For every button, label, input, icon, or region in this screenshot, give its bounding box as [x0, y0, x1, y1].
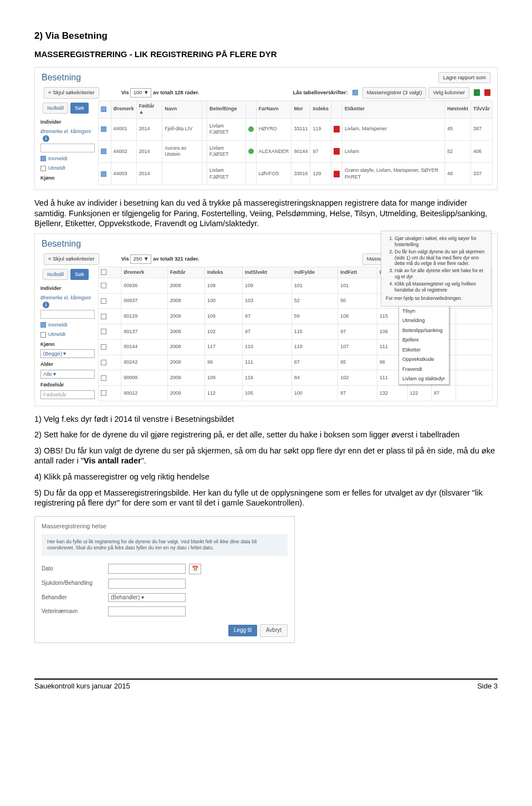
search-button[interactable]: Søk	[70, 269, 89, 280]
kjonn-select[interactable]: (Begge) ▾	[40, 349, 95, 358]
tooltip-panel: Gjør utvalget i søket, eks velg søyer fo…	[381, 231, 492, 307]
tooltip-item: Du får kun valgt dyrene du ser på skjerm…	[395, 249, 487, 267]
col-tilvvar[interactable]: TilvVår	[471, 100, 493, 118]
vis-count-select[interactable]: 250 ▼	[130, 254, 151, 263]
col-fodtaar[interactable]: Fødtår ▲	[136, 100, 162, 118]
col-hostvekt[interactable]: Høstvekt	[445, 100, 471, 118]
search-label: Øremerke el. kåringsnri	[40, 129, 95, 142]
col-indslvekt[interactable]: IndSlvekt	[242, 267, 291, 278]
dato-input[interactable]	[108, 564, 186, 574]
info-icon[interactable]: i	[43, 302, 49, 308]
col-check[interactable]	[98, 100, 111, 118]
export-pdf-icon[interactable]	[484, 89, 490, 96]
event-option[interactable]: Oppvekstkode	[399, 355, 449, 365]
table-row[interactable]: 440022014Aurora av UtsteinLivlam FJØSETA…	[98, 140, 492, 162]
sjukdom-input[interactable]	[108, 579, 186, 589]
kjonn-heading: Kjønn	[40, 341, 95, 348]
save-report-button[interactable]: Lagre rapport som	[438, 72, 490, 83]
subheading: MASSEREGISTRERING - LIK REGISTRERING PÅ …	[34, 49, 498, 59]
legg-til-button[interactable]: Legg til	[228, 625, 257, 636]
footer-right: Side 3	[477, 682, 498, 691]
page-footer: Sauekontroll kurs januar 2015 Side 3	[34, 679, 498, 691]
col-indeks[interactable]: Indeks	[310, 100, 331, 118]
step-5: 5) Du får da opp et Masseregistreringsbi…	[34, 488, 498, 508]
col-navn[interactable]: Navn	[162, 100, 202, 118]
col-indeks[interactable]: Indeks	[204, 267, 242, 278]
step-3: 3) OBS! Du får kun valgt de dyrene du se…	[34, 446, 498, 466]
step-4: 4) Klikk på masseregistrer og velg rikti…	[34, 472, 498, 482]
col-etik[interactable]: Etiketter	[342, 100, 444, 118]
modal-help: Her kan du fylle ut lik registrering for…	[42, 534, 288, 556]
modal-title: Masseregistrering helse	[35, 517, 294, 532]
search-button[interactable]: Søk	[70, 103, 89, 114]
search-label: Øremerke el. kåringsnri	[40, 295, 95, 308]
screenshot-2: Gjør utvalget i søket, eks velg søyer fo…	[34, 233, 498, 406]
modal-screenshot: Masseregistrering helse Her kan du fylle…	[34, 516, 295, 644]
tooltip-item: Hak av for alle dyrene eller sett hake f…	[395, 268, 487, 280]
step-2: 2) Sett hake for de dyrene du vil gjøre …	[34, 430, 498, 440]
hide-criteria-button[interactable]: < Skjul søkekriterier	[44, 253, 99, 264]
lock-headers-label: Lås tabelloverskrifter:	[293, 89, 347, 96]
footer-left: Sauekontroll kurs januar 2015	[34, 682, 130, 691]
col-indfett[interactable]: IndFett	[338, 267, 377, 278]
paragraph-1: Ved å huke av individer i besetning kan …	[34, 198, 498, 229]
innmeldt-option[interactable]: Innmeldt	[40, 156, 95, 162]
alder-heading: Alder	[40, 361, 95, 368]
vet-input[interactable]	[108, 606, 186, 616]
reset-button[interactable]: Nullstill	[43, 103, 68, 114]
mass-register-button[interactable]: Masseregistrer (3 valgt)	[362, 87, 427, 98]
behandler-select[interactable]: (Behandler) ▾	[108, 593, 186, 603]
fodsel-heading: Fødselsår	[40, 382, 95, 389]
avbryt-button[interactable]: Avbryt	[260, 624, 288, 637]
alder-select[interactable]: Alle ▾	[40, 370, 95, 379]
col-farnavn[interactable]: FarNavn	[256, 100, 291, 118]
step-1: 1) Velg f.eks dyr født i 2014 til venstr…	[34, 414, 498, 425]
vis-suffix: av totalt 128 rader.	[153, 89, 199, 96]
event-option[interactable]: Utmelding	[399, 316, 449, 326]
col-oremerk[interactable]: Øremerk	[111, 100, 136, 118]
event-option[interactable]: Livlam og slaktedyr	[399, 374, 449, 384]
shot2-title: Besetning	[42, 238, 81, 249]
event-option[interactable]: Etiketter	[399, 345, 449, 355]
screenshot-1: Besetning Lagre rapport som < Skjul søke…	[34, 67, 498, 190]
col-fodtaar[interactable]: Fødtår	[167, 267, 204, 278]
table-row[interactable]: 440032014Livlam FJØSETLØVFOS33016129Grøn…	[98, 163, 492, 185]
event-option[interactable]: Tilsyn	[399, 307, 449, 317]
individer-heading: Individer	[40, 119, 95, 126]
utmeldt-option[interactable]: Utmeldt	[40, 331, 95, 338]
hide-criteria-button[interactable]: < Skjul søkekriterier	[44, 87, 99, 98]
utmeldt-option[interactable]: Utmeldt	[40, 165, 95, 172]
search-input[interactable]	[40, 310, 95, 319]
vis-suffix: av totalt 321 rader.	[153, 256, 199, 262]
vis-label: Vis	[121, 89, 129, 96]
event-option[interactable]: Bjellenr	[399, 335, 449, 345]
reset-button[interactable]: Nullstill	[43, 269, 68, 280]
individer-heading: Individer	[40, 285, 95, 292]
search-input[interactable]	[40, 144, 95, 152]
table-row[interactable]: 9001220091121051008713212287	[98, 386, 492, 401]
innmeldt-option[interactable]: Innmeldt	[40, 322, 95, 329]
table-row[interactable]: 440012014Fjell-dita LIVLivlam FJØSETHØYR…	[98, 118, 492, 140]
behandler-label: Behandler	[42, 594, 108, 601]
vis-label: Vis	[121, 256, 129, 262]
col-indfylde[interactable]: IndFylde	[291, 267, 337, 278]
tooltip-item: Klikk på Masseregistrer og velg hvilken …	[395, 281, 487, 293]
event-option[interactable]: Fravendt	[399, 365, 449, 375]
tooltip-help: For mer hjelp se brukerveiledningen.	[386, 295, 487, 302]
col-check[interactable]	[98, 267, 121, 278]
col-beite[interactable]: Beite/Binge	[207, 100, 246, 118]
fodsel-select[interactable]: Fødselsår	[40, 390, 95, 399]
shot1-title: Besetning	[42, 72, 81, 83]
export-excel-icon[interactable]	[474, 89, 480, 96]
info-icon[interactable]: i	[43, 135, 49, 142]
event-option[interactable]: Beiteslipp/sanking	[399, 326, 449, 336]
col-mor[interactable]: Mor	[291, 100, 310, 118]
tooltip-item: Gjør utvalget i søket, eks velg søyer fo…	[395, 236, 487, 248]
sjukdom-label: Sjukdom/Behandling	[42, 580, 108, 587]
choose-columns-button[interactable]: Velg kolonner	[428, 87, 469, 98]
kjonn-heading: Kjønn	[40, 175, 95, 182]
vis-count-select[interactable]: 100 ▼	[130, 88, 151, 97]
col-oremerk[interactable]: Øremerk	[121, 267, 168, 278]
lock-headers-toggle[interactable]	[352, 90, 358, 95]
datepicker-icon[interactable]: 📅	[189, 564, 201, 574]
